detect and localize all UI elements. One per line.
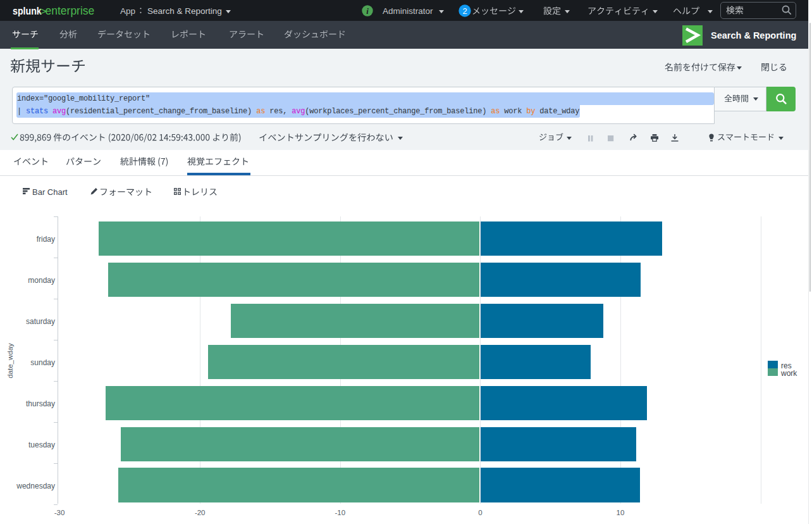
svg-text:i: i <box>366 6 369 15</box>
svg-text:2: 2 <box>462 6 467 15</box>
